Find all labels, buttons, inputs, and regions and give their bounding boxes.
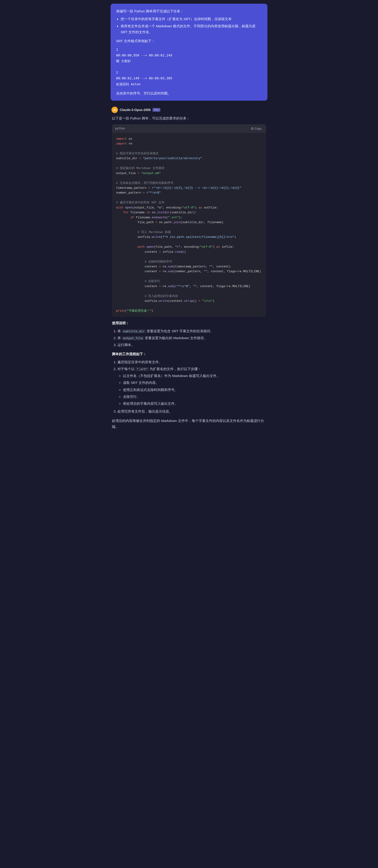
workflow-step-1: 遍历指定目录中的所有文件。 [118,359,266,365]
workflow-substep-2: 读取 SRT 文件的内容。 [123,380,266,386]
workflow-substep-3: 使用正则表达式去除时间戳和序号。 [123,387,266,393]
code-block: python ⧉ Copy import os import re # 指定字幕… [112,124,266,317]
example-content: 1 00:00:00,950 --> 00:00:02,149 嗯 大家好 2 … [116,47,262,87]
workflow-substep-1: 以文件名（不包括扩展名）作为 Markdown 标题写入输出文件。 [123,373,266,379]
usage-step-3: 运行脚本。 [118,342,266,348]
assistant-intro: 以下是一段 Python 脚本，可以完成您要求的任务： [112,115,266,121]
assistant-body: 以下是一段 Python 脚本，可以完成您要求的任务： python ⧉ Cop… [109,115,269,436]
workflow-steps: 遍历指定目录中的所有文件。 对于每个以 ".srt" 为扩展名的文件，执行以下步… [112,359,266,414]
copy-icon: ⧉ [251,127,253,130]
assistant-avatar: AI [112,106,118,113]
assistant-response: AI Claude-3-Opus-200k Poe 以下是一段 Python 脚… [109,104,269,436]
user-intro: 请编写一段 Python 脚本用于完成以下任务： [116,8,262,14]
copy-label: Copy [255,127,261,130]
workflow-title: 脚本的工作流程如下： [112,351,266,357]
usage-step-2: 将 output_file 变量设置为输出的 Markdown 文件路径。 [118,335,266,341]
example-label: SRT 文件格式举例如下： [116,38,262,44]
workflow-substeps: 以文件名（不包括扩展名）作为 Markdown 标题写入输出文件。 读取 SRT… [118,373,266,407]
usage-title: 使用说明： [112,320,266,326]
code-lang-label: python [115,126,125,131]
workflow-step-2: 对于每个以 ".srt" 为扩展名的文件，执行以下步骤： 以文件名（不包括扩展名… [118,366,266,407]
assistant-header: AI Claude-3-Opus-200k Poe [109,104,269,115]
user-task-2: 将所有文件合并成一个 Markdown 格式的文件。不同部分的内容使用标题分隔，… [121,23,262,35]
copy-button[interactable]: ⧉ Copy [250,126,263,131]
user-message: 请编写一段 Python 脚本用于完成以下任务： 把一个目录中的所有字幕文件（扩… [111,4,267,101]
workflow-step-3: 处理完所有文件后，输出提示信息。 [118,408,266,414]
workflow-substep-5: 将处理后的字幕内容写入输出文件。 [123,401,266,407]
usage-section: 使用说明： 将 subtitle_dir 变量设置为包含 SRT 字幕文件的目录… [112,320,266,430]
usage-step-1: 将 subtitle_dir 变量设置为包含 SRT 字幕文件的目录路径。 [118,328,266,334]
code-content: import os import re # 指定字幕文件所在的目录路径 subt… [112,133,266,317]
code-block-header: python ⧉ Copy [112,124,266,133]
assistant-name: Claude-3-Opus-200k [120,108,151,112]
summary: 处理后的内容将被合并到指定的 Markdown 文件中，每个字幕文件的内容以其文… [112,418,266,430]
user-footer: 去掉其中的序号、空行以及时间戳。 [116,90,262,96]
user-task-list: 把一个目录中的所有字幕文件（扩展名为 SRT）去掉时间戳，仅保留文本 将所有文件… [116,16,262,35]
user-task-1: 把一个目录中的所有字幕文件（扩展名为 SRT）去掉时间戳，仅保留文本 [121,16,262,22]
assistant-badge: Poe [153,108,160,112]
usage-steps: 将 subtitle_dir 变量设置为包含 SRT 字幕文件的目录路径。 将 … [112,328,266,348]
workflow-substep-4: 去除空行。 [123,394,266,400]
